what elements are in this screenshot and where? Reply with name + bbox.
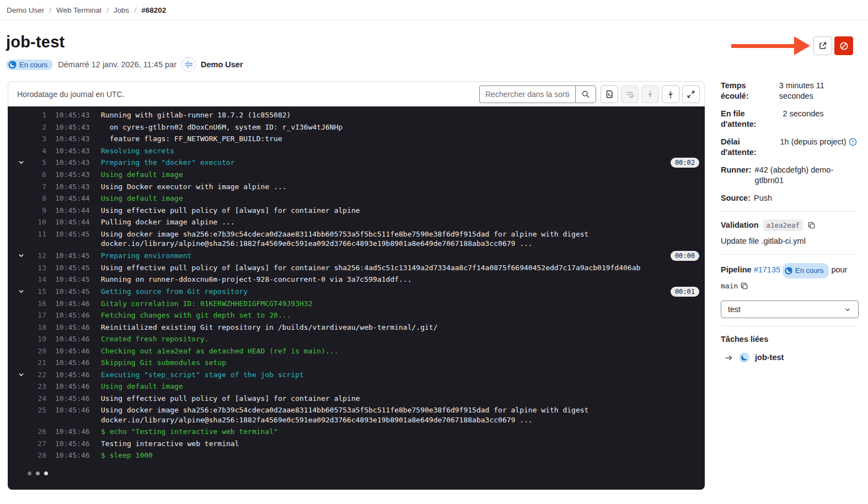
log-line-number[interactable]: 7 xyxy=(30,182,46,192)
log-text: Created fresh repository. xyxy=(101,334,699,344)
chevron-placeholder xyxy=(12,299,30,300)
search-icon xyxy=(581,90,590,99)
related-jobs-heading: Tâches liées xyxy=(721,334,859,345)
log-text: Running on runner-ddoxcnu6m-project-928-… xyxy=(101,275,699,285)
log-line: 1710:45:46Fetching changes with git dept… xyxy=(8,309,705,321)
log-line: 610:45:43Using default image xyxy=(8,169,705,181)
commit-sha-badge[interactable]: a1ea2eaf xyxy=(763,219,803,231)
log-line-number[interactable]: 15 xyxy=(30,287,46,297)
related-job-link[interactable]: job-test xyxy=(755,352,784,363)
log-line-number[interactable]: 28 xyxy=(30,451,46,460)
chevron-placeholder xyxy=(12,229,30,230)
cancel-job-button[interactable] xyxy=(834,36,853,55)
log-line-number[interactable]: 6 xyxy=(30,170,46,180)
log-line-number[interactable]: 18 xyxy=(30,323,46,333)
fullscreen-button[interactable] xyxy=(682,85,700,103)
log-timestamp: 10:45:43 xyxy=(55,182,90,192)
user-link[interactable]: Demo User xyxy=(181,57,243,72)
log-line: 210:45:43 on cyres-gtlbrn02 dDoxCnU6M, s… xyxy=(8,121,705,133)
pipeline-ref[interactable]: main xyxy=(721,282,738,290)
detail-value: 1h (depuis project) ? xyxy=(780,137,859,158)
log-section-line[interactable]: 2210:45:46Executing "step_script" stage … xyxy=(8,369,705,381)
raw-log-button[interactable] xyxy=(601,85,618,103)
chevron-down-icon[interactable] xyxy=(12,370,30,378)
breadcrumb-separator: / xyxy=(106,6,109,14)
log-output: 110:45:43Running with gitlab-runner 18.7… xyxy=(8,106,705,490)
log-text: Pulling docker image alpine ... xyxy=(101,217,699,227)
log-line-number[interactable]: 13 xyxy=(30,263,46,273)
log-timestamp: 10:45:46 xyxy=(55,334,90,344)
log-line-number[interactable]: 11 xyxy=(30,229,46,239)
log-section-line[interactable]: 1210:45:45Preparing environment00:00 xyxy=(8,250,705,262)
log-line: 710:45:43Using Docker executor with imag… xyxy=(8,181,705,193)
chevron-placeholder xyxy=(12,394,30,395)
log-timestamp: 10:45:43 xyxy=(55,134,90,144)
log-timestamp: 10:45:44 xyxy=(55,206,90,216)
log-line-number[interactable]: 21 xyxy=(30,358,46,368)
chevron-down-icon[interactable] xyxy=(12,158,30,166)
pipeline-link[interactable]: #17135 xyxy=(754,265,780,274)
log-line-number[interactable]: 10 xyxy=(30,217,46,227)
log-line-number[interactable]: 24 xyxy=(30,394,46,404)
pipeline-for-text: pour xyxy=(831,265,847,274)
commit-row: Validation a1ea2eaf xyxy=(721,219,859,231)
log-timestamp: 10:45:44 xyxy=(55,217,90,227)
file-terminal-icon xyxy=(605,90,614,99)
chevron-placeholder xyxy=(12,275,30,276)
log-line-number[interactable]: 4 xyxy=(30,146,46,156)
scroll-up-icon xyxy=(646,90,655,99)
log-timestamp: 10:45:43 xyxy=(55,146,90,156)
log-line-number[interactable]: 19 xyxy=(30,334,46,344)
log-line-number[interactable]: 23 xyxy=(30,382,46,392)
breadcrumb-item[interactable]: Web Terminal xyxy=(56,6,101,14)
chevron-placeholder xyxy=(12,194,30,195)
copy-sha-button[interactable] xyxy=(807,221,816,229)
log-text: Gitaly correlation ID: 01KERWZHHED1GFMCG… xyxy=(101,299,699,309)
log-line-number[interactable]: 9 xyxy=(30,206,46,216)
open-web-terminal-button[interactable] xyxy=(813,36,832,55)
log-timestamp: 10:45:45 xyxy=(55,251,90,261)
log-line-number[interactable]: 20 xyxy=(30,346,46,356)
search-input[interactable] xyxy=(479,85,575,103)
detail-label: Runner: xyxy=(721,165,752,186)
breadcrumb: Demo User/Web Terminal/Jobs/ #68202 xyxy=(0,0,868,20)
detail-value: 3 minutes 11 secondes xyxy=(779,81,859,101)
log-line-number[interactable]: 17 xyxy=(30,310,46,320)
chevron-down-icon[interactable] xyxy=(12,287,30,295)
log-line-number[interactable]: 27 xyxy=(30,439,46,449)
log-line-number[interactable]: 8 xyxy=(30,194,46,203)
pipeline-status-label: En cours xyxy=(795,264,823,278)
log-line-number[interactable]: 26 xyxy=(30,427,46,437)
log-timestamp: 10:45:46 xyxy=(55,451,90,460)
log-text: Using effective pull policy of [always] … xyxy=(101,206,699,216)
log-text: on cyres-gtlbrn02 dDoxCnU6M, system ID: … xyxy=(101,122,699,132)
log-line-number[interactable]: 12 xyxy=(30,251,46,261)
chevron-placeholder xyxy=(12,427,30,428)
detail-label: Temps écoulé: xyxy=(721,81,776,101)
log-line-number[interactable]: 14 xyxy=(30,275,46,285)
copy-ref-button[interactable] xyxy=(740,282,748,290)
chevron-down-icon[interactable] xyxy=(12,251,30,259)
started-text: Démarré 12 janv. 2026, 11:45 par xyxy=(58,60,176,69)
stage-dropdown[interactable]: test xyxy=(721,301,859,318)
log-section-line[interactable]: 510:45:43Preparing the "docker" executor… xyxy=(8,157,705,169)
log-line-number[interactable]: 3 xyxy=(30,134,46,144)
search-button[interactable] xyxy=(575,85,596,103)
log-section-line[interactable]: 1510:45:45Getting source from Git reposi… xyxy=(8,286,705,298)
log-line-number[interactable]: 22 xyxy=(30,370,46,380)
breadcrumb-item[interactable]: Jobs xyxy=(114,6,130,14)
log-text: Preparing the "docker" executor xyxy=(101,158,671,168)
log-line-number[interactable]: 16 xyxy=(30,299,46,309)
log-text: Using default image xyxy=(101,382,699,392)
log-line-number[interactable]: 5 xyxy=(30,158,46,168)
commit-message: Update file .gitlab-ci.yml xyxy=(721,236,859,246)
log-line-number[interactable]: 25 xyxy=(30,405,46,415)
log-line: 310:45:43 feature flags: FF_NETWORK_PER_… xyxy=(8,133,705,145)
sidebar-detail-row: Temps écoulé:3 minutes 11 secondes xyxy=(721,81,859,101)
log-section-line[interactable]: 410:45:43Resolving secrets xyxy=(8,145,705,157)
help-question-icon[interactable]: ? xyxy=(849,138,857,146)
scroll-bottom-button[interactable] xyxy=(662,85,679,103)
log-line-number[interactable]: 2 xyxy=(30,122,46,132)
log-line-number[interactable]: 1 xyxy=(30,110,46,120)
breadcrumb-item[interactable]: Demo User xyxy=(7,6,44,14)
